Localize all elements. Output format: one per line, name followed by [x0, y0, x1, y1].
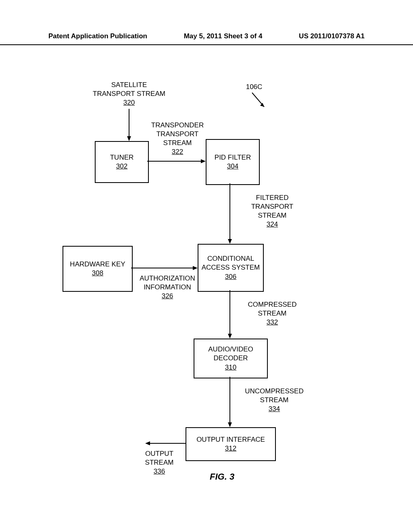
figure-label: FIG. 3 — [210, 472, 234, 482]
svg-marker-13 — [228, 422, 232, 427]
transponder-stream-label: TRANSPONDER TRANSPORT STREAM 322 — [149, 121, 206, 156]
svg-marker-15 — [145, 441, 150, 445]
svg-marker-11 — [228, 334, 232, 339]
cas-box: CONDITIONAL ACCESS SYSTEM 306 — [198, 244, 264, 292]
satellite-stream-label: SATELLITE TRANSPORT STREAM 320 — [93, 81, 165, 107]
header-left: Patent Application Publication — [48, 32, 147, 40]
arrow-cas-decoder — [228, 290, 236, 341]
svg-marker-7 — [228, 239, 232, 244]
hardware-key-box: HARDWARE KEY 308 — [63, 246, 133, 292]
arrow-decoder-output — [228, 377, 236, 429]
output-if-box: OUTPUT INTERFACE 312 — [186, 427, 276, 461]
ref-106c-label: 106C — [238, 83, 270, 91]
auth-info-label: AUTHORIZATION INFORMATION 326 — [135, 274, 200, 301]
arrow-output-stream — [143, 441, 188, 449]
svg-marker-3 — [127, 136, 131, 141]
pid-filter-box: PID FILTER 304 — [206, 139, 260, 185]
svg-marker-5 — [201, 159, 206, 163]
diagram-container: SATELLITE TRANSPORT STREAM 320 106C TRAN… — [0, 64, 413, 532]
page-header: Patent Application Publication May 5, 20… — [0, 32, 413, 45]
tuner-box: TUNER 302 — [95, 141, 149, 183]
svg-marker-9 — [193, 266, 198, 270]
header-right: US 2011/0107378 A1 — [299, 32, 365, 40]
compressed-stream-label: COMPRESSED STREAM 332 — [242, 300, 302, 327]
header-center: May 5, 2011 Sheet 3 of 4 — [184, 32, 263, 40]
arrow-tuner-pidfilter — [147, 158, 208, 166]
arrow-hwkey-cas — [131, 265, 200, 273]
av-decoder-box: AUDIO/VIDEO DECODER 310 — [194, 339, 268, 378]
output-stream-label: OUTPUT STREAM 336 — [139, 449, 179, 476]
arrow-satellite-tuner — [127, 109, 135, 143]
uncompressed-stream-label: UNCOMPRESSED STREAM 334 — [238, 387, 311, 414]
filtered-stream-label: FILTERED TRANSPORT STREAM 324 — [246, 193, 298, 229]
arrow-pidfilter-cas — [228, 183, 236, 246]
ref-106c-pointer — [248, 93, 268, 113]
